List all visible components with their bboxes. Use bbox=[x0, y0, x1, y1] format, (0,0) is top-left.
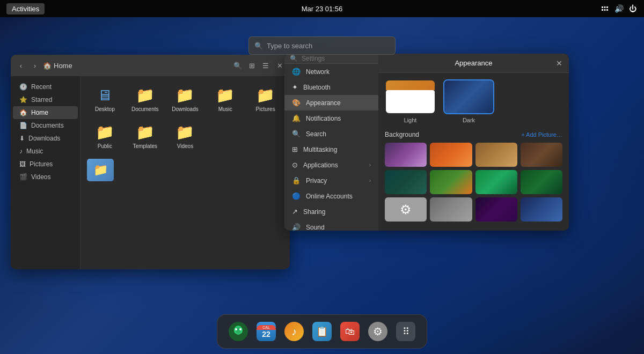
dock-gnome[interactable] bbox=[226, 319, 251, 344]
fm-home-label: Home bbox=[31, 109, 48, 116]
gnome-icon bbox=[229, 322, 248, 341]
fm-more-button[interactable]: ✕ bbox=[274, 60, 286, 71]
settings-nav-appearance-label: Appearance bbox=[306, 99, 341, 107]
bg-swatch-4[interactable] bbox=[521, 143, 562, 167]
fm-view-grid-button[interactable]: ⊞ bbox=[246, 60, 258, 71]
settings-window: 🔍 ☰ 🌐 Network ✦ Bluetooth 🎨 Appearance bbox=[284, 54, 569, 231]
fm-home[interactable]: 🏠 Home bbox=[13, 106, 78, 119]
file-desktop-label: Desktop bbox=[95, 106, 115, 112]
fm-view-list-button[interactable]: ☰ bbox=[260, 60, 272, 71]
file-public[interactable]: 📁 Public bbox=[87, 120, 123, 152]
light-content bbox=[386, 90, 435, 113]
bg-swatch-blue[interactable] bbox=[521, 197, 562, 222]
dock-notes[interactable]: 📋 bbox=[310, 319, 334, 344]
bg-swatch-8[interactable] bbox=[521, 170, 562, 194]
settings-nav-appearance[interactable]: 🎨 Appearance bbox=[284, 95, 378, 110]
bg-swatch-2[interactable] bbox=[430, 143, 472, 167]
searchbar: 🔍 bbox=[248, 36, 396, 55]
fm-starred[interactable]: ⭐ Starred bbox=[13, 93, 78, 106]
fm-starred-label: Starred bbox=[31, 96, 52, 104]
settings-nav-search[interactable]: 🔍 Search bbox=[284, 126, 378, 142]
dock-app-grid[interactable]: ⠿ bbox=[393, 319, 418, 344]
sound-nav-icon: 🔊 bbox=[292, 223, 301, 231]
settings-nav-network[interactable]: 🌐 Network bbox=[284, 64, 378, 79]
fm-documents[interactable]: 📄 Documents bbox=[13, 119, 78, 132]
theme-light-option[interactable]: Light bbox=[385, 79, 436, 123]
settings-nav-privacy-label: Privacy bbox=[306, 177, 327, 185]
selected-file[interactable]: 📁 bbox=[87, 159, 123, 181]
searchbar-input[interactable] bbox=[267, 42, 390, 50]
bg-swatch-3[interactable] bbox=[475, 143, 517, 167]
bg-swatch-dark-purple[interactable] bbox=[475, 197, 517, 222]
fm-forward-button[interactable]: › bbox=[29, 60, 41, 71]
settings-body: 🔍 ☰ 🌐 Network ✦ Bluetooth 🎨 Appearance bbox=[284, 54, 569, 231]
settings-nav-notifications[interactable]: 🔔 Notifications bbox=[284, 110, 378, 126]
dock-calendar[interactable]: CAL 22 bbox=[254, 319, 279, 344]
file-desktop[interactable]: 🖥 Desktop bbox=[87, 83, 123, 115]
documents-icon: 📄 bbox=[19, 122, 27, 129]
background-grid: ⚙ bbox=[385, 143, 562, 222]
software-icon: 🛍 bbox=[340, 322, 360, 341]
file-documents[interactable]: 📁 Documents bbox=[127, 83, 163, 115]
theme-light-preview bbox=[385, 79, 436, 114]
bg-swatch-5[interactable] bbox=[385, 170, 427, 194]
bg-swatch-1[interactable] bbox=[385, 143, 427, 167]
search-nav-icon: 🔍 bbox=[292, 130, 301, 138]
dock-rhythmbox[interactable]: ♪ bbox=[282, 319, 306, 344]
fm-pictures[interactable]: 🖼 Pictures bbox=[13, 158, 78, 171]
starred-icon: ⭐ bbox=[19, 96, 27, 104]
settings-nav-applications-label: Applications bbox=[303, 161, 338, 169]
theme-dark-option[interactable]: Dark bbox=[443, 79, 494, 123]
volume-icon[interactable]: 🔊 bbox=[614, 4, 624, 13]
appearance-nav-icon: 🎨 bbox=[292, 99, 301, 107]
fm-downloads[interactable]: ⬇ Downloads bbox=[13, 132, 78, 145]
svg-rect-4 bbox=[604, 9, 606, 11]
settings-search-input[interactable] bbox=[302, 55, 382, 62]
fm-music[interactable]: ♪ Music bbox=[13, 145, 78, 158]
calendar-icon: CAL 22 bbox=[257, 322, 276, 341]
activities-button[interactable]: Activities bbox=[6, 3, 45, 14]
privacy-nav-icon: 🔒 bbox=[292, 176, 301, 185]
dock-software[interactable]: 🛍 bbox=[338, 319, 362, 344]
add-picture-button[interactable]: + Add Picture… bbox=[521, 131, 562, 138]
app-grid-icon: ⠿ bbox=[396, 322, 415, 341]
settings-nav-applications[interactable]: ⊙ Applications › bbox=[284, 157, 378, 173]
settings-nav-multitasking[interactable]: ⊞ Multitasking bbox=[284, 142, 378, 157]
notifications-nav-icon: 🔔 bbox=[292, 114, 301, 122]
svg-rect-0 bbox=[602, 6, 603, 8]
settings-nav-online-accounts[interactable]: 🔵 Online Accounts bbox=[284, 188, 378, 204]
bg-swatch-gray[interactable] bbox=[430, 197, 472, 222]
sharing-nav-icon: ↗ bbox=[292, 208, 298, 216]
settings-nav-notifications-label: Notifications bbox=[306, 115, 341, 122]
settings-nav-privacy[interactable]: 🔒 Privacy › bbox=[284, 173, 378, 188]
file-downloads[interactable]: 📁 Downloads bbox=[167, 83, 203, 115]
appearance-close-button[interactable]: ✕ bbox=[554, 58, 565, 69]
fm-back-button[interactable]: ‹ bbox=[15, 60, 27, 71]
fm-sidebar: 🕐 Recent ⭐ Starred 🏠 Home 📄 Documents ⬇ bbox=[11, 76, 80, 269]
bg-swatch-6[interactable] bbox=[430, 170, 472, 194]
file-music[interactable]: 📁 Music bbox=[207, 83, 243, 115]
file-pictures[interactable]: 📁 Pictures bbox=[247, 83, 283, 115]
bg-swatch-gear[interactable]: ⚙ bbox=[385, 197, 427, 222]
file-templates[interactable]: 📁 Templates bbox=[127, 120, 163, 152]
fm-search-button[interactable]: 🔍 bbox=[232, 60, 244, 71]
light-taskbar bbox=[386, 80, 435, 90]
dock: CAL 22 ♪ 📋 🛍 ⚙ ⠿ bbox=[217, 314, 427, 349]
fm-header-actions: 🔍 ⊞ ☰ ✕ bbox=[232, 60, 286, 71]
system-tray: 🔊 ⏻ bbox=[600, 4, 638, 13]
settings-nav-bluetooth[interactable]: ✦ Bluetooth bbox=[284, 79, 378, 95]
settings-nav-sound[interactable]: 🔊 Sound bbox=[284, 219, 378, 231]
privacy-arrow-icon: › bbox=[369, 178, 371, 183]
fm-recent[interactable]: 🕐 Recent bbox=[13, 80, 78, 93]
fm-documents-label: Documents bbox=[31, 122, 64, 129]
notes-icon: 📋 bbox=[312, 322, 332, 341]
settings-nav-sharing[interactable]: ↗ Sharing bbox=[284, 204, 378, 219]
downloads-icon: ⬇ bbox=[19, 135, 25, 142]
dock-settings[interactable]: ⚙ bbox=[365, 319, 390, 344]
network-icon[interactable] bbox=[600, 4, 610, 13]
power-icon[interactable]: ⏻ bbox=[628, 4, 638, 13]
file-videos[interactable]: 📁 Videos bbox=[167, 120, 203, 152]
fm-videos[interactable]: 🎬 Videos bbox=[13, 171, 78, 183]
file-public-label: Public bbox=[98, 143, 112, 149]
bg-swatch-7[interactable] bbox=[475, 170, 517, 194]
